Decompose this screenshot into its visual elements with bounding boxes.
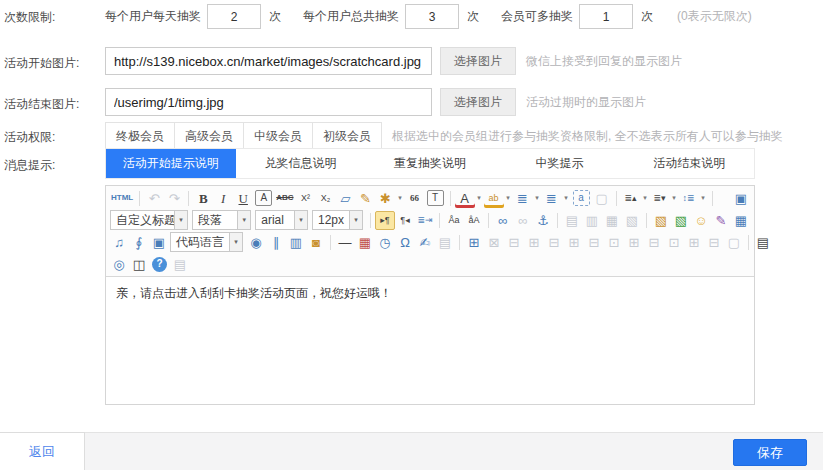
spell-check-icon[interactable]: ✍ bbox=[415, 233, 435, 252]
search-replace-icon[interactable]: ◫ bbox=[129, 255, 149, 274]
page-break-icon[interactable]: ∥ bbox=[266, 233, 286, 252]
dropdown-caret-icon[interactable]: ▾ bbox=[670, 194, 679, 202]
total-input[interactable] bbox=[405, 4, 459, 29]
save-button[interactable]: 保存 bbox=[733, 439, 807, 466]
image-center-icon[interactable]: ▧ bbox=[622, 211, 642, 230]
eraser-icon[interactable]: ▱ bbox=[336, 189, 356, 208]
format-painter-icon[interactable]: ✎ bbox=[356, 189, 376, 208]
per-day-input[interactable] bbox=[207, 4, 261, 29]
help-icon[interactable]: ? bbox=[152, 257, 167, 272]
subscript-icon[interactable]: X₂ bbox=[316, 189, 336, 208]
to-uppercase-icon[interactable]: Åa bbox=[444, 211, 464, 230]
split-cell-icon[interactable]: ⊡ bbox=[664, 233, 684, 252]
undo-icon[interactable]: ↶ bbox=[144, 189, 164, 208]
blank-page-icon[interactable]: ▢ bbox=[592, 189, 612, 208]
dropdown-caret-icon[interactable]: ▾ bbox=[475, 194, 484, 202]
merge-right-icon[interactable]: ⊞ bbox=[624, 233, 644, 252]
to-lowercase-icon[interactable]: åA bbox=[464, 211, 484, 230]
start-image-input[interactable] bbox=[105, 47, 432, 75]
snapshot-icon[interactable]: ◙ bbox=[306, 233, 326, 252]
space-after-paragraph-icon[interactable]: ≣▾ bbox=[650, 189, 670, 208]
message-tab-5[interactable]: 活动结束说明 bbox=[624, 149, 754, 178]
print-icon[interactable]: ▤ bbox=[753, 233, 773, 252]
special-characters-icon[interactable]: Ω bbox=[395, 233, 415, 252]
delete-row-icon[interactable]: ⊟ bbox=[544, 233, 564, 252]
back-button[interactable]: 返回 bbox=[0, 432, 85, 470]
end-image-input[interactable] bbox=[105, 88, 432, 116]
start-image-choose-button[interactable]: 选择图片 bbox=[440, 47, 516, 75]
ordered-list-icon[interactable]: ≣ bbox=[513, 189, 533, 208]
horizontal-rule-icon[interactable]: — bbox=[335, 233, 355, 252]
member-option-1[interactable]: 终极会员 bbox=[105, 122, 175, 150]
map-icon[interactable]: ◉ bbox=[246, 233, 266, 252]
image-float-left-icon[interactable]: ▤ bbox=[562, 211, 582, 230]
message-tab-1[interactable]: 活动开始提示说明 bbox=[106, 149, 236, 178]
split-column-icon[interactable]: ⊟ bbox=[704, 233, 724, 252]
indent-icon[interactable]: ≣⇥ bbox=[415, 211, 435, 230]
preview-icon[interactable]: ◎ bbox=[109, 255, 129, 274]
insert-frame-icon[interactable]: ▣ bbox=[149, 233, 169, 252]
highlight-color-icon[interactable]: ab bbox=[484, 189, 504, 208]
dir-ltr-icon[interactable]: ▸¶ bbox=[375, 211, 395, 230]
message-tab-4[interactable]: 中奖提示 bbox=[495, 149, 625, 178]
insert-table-icon[interactable]: ⊞ bbox=[464, 233, 484, 252]
dropdown-caret-icon[interactable]: ▾ bbox=[396, 194, 405, 202]
delete-table-icon[interactable]: ⊠ bbox=[484, 233, 504, 252]
clipboard-icon[interactable]: ▤ bbox=[170, 255, 190, 274]
message-tab-2[interactable]: 兑奖信息说明 bbox=[236, 149, 366, 178]
member-option-4[interactable]: 初级会员 bbox=[312, 122, 382, 150]
font-select[interactable]: arial▾ bbox=[255, 210, 308, 230]
member-option-2[interactable]: 高级会员 bbox=[174, 122, 244, 150]
image-float-right-icon[interactable]: ▦ bbox=[602, 211, 622, 230]
member-extra-input[interactable] bbox=[579, 4, 633, 29]
dropdown-caret-icon[interactable]: ▾ bbox=[641, 194, 650, 202]
time-icon[interactable]: ◷ bbox=[375, 233, 395, 252]
font-color-icon[interactable]: A bbox=[455, 189, 475, 208]
dropdown-caret-icon[interactable]: ▾ bbox=[699, 194, 708, 202]
anchor-style-icon[interactable]: a bbox=[573, 190, 590, 206]
split-row-icon[interactable]: ⊞ bbox=[684, 233, 704, 252]
unlink-icon[interactable]: ∞ bbox=[513, 211, 533, 230]
dropdown-caret-icon[interactable]: ▾ bbox=[504, 194, 513, 202]
heading-select[interactable]: 自定义标题▾ bbox=[110, 210, 188, 230]
html-source-icon[interactable]: HTML bbox=[109, 189, 135, 208]
link-icon[interactable]: ∞ bbox=[493, 211, 513, 230]
merge-down-icon[interactable]: ⊟ bbox=[644, 233, 664, 252]
video-icon[interactable]: ▦ bbox=[731, 211, 751, 230]
dropdown-caret-icon[interactable]: ▾ bbox=[562, 194, 571, 202]
anchor-icon[interactable]: ⚓ bbox=[533, 211, 553, 230]
attachment-icon[interactable]: ∮ bbox=[129, 233, 149, 252]
fullscreen-icon[interactable]: ▣ bbox=[731, 189, 751, 208]
redo-icon[interactable]: ↷ bbox=[164, 189, 184, 208]
insert-image-icon[interactable]: ▧ bbox=[651, 211, 671, 230]
paragraph-select[interactable]: 段落▾ bbox=[192, 210, 251, 230]
delete-column-icon[interactable]: ⊟ bbox=[584, 233, 604, 252]
line-height-icon[interactable]: ↕≣ bbox=[679, 189, 699, 208]
font-border-icon[interactable]: A bbox=[255, 190, 272, 206]
unordered-list-icon[interactable]: ≣ bbox=[542, 189, 562, 208]
auto-typeset-icon[interactable]: ✱ bbox=[376, 189, 396, 208]
dropdown-caret-icon[interactable]: ▾ bbox=[533, 194, 542, 202]
message-tab-3[interactable]: 重复抽奖说明 bbox=[365, 149, 495, 178]
table-caption-icon[interactable]: ⊟ bbox=[504, 233, 524, 252]
underline-icon[interactable]: U bbox=[233, 189, 253, 208]
blockquote-icon[interactable]: 66 bbox=[405, 189, 425, 208]
music-icon[interactable]: ♫ bbox=[109, 233, 129, 252]
insert-column-icon[interactable]: ⊞ bbox=[564, 233, 584, 252]
italic-icon[interactable]: I bbox=[213, 189, 233, 208]
end-image-choose-button[interactable]: 选择图片 bbox=[440, 88, 516, 116]
upload-image-icon[interactable]: ▧ bbox=[671, 211, 691, 230]
template-icon[interactable]: ▥ bbox=[286, 233, 306, 252]
scrawl-icon[interactable]: ✎ bbox=[711, 211, 731, 230]
member-option-3[interactable]: 中级会员 bbox=[243, 122, 313, 150]
date-icon[interactable]: ▦ bbox=[355, 233, 375, 252]
merge-cells-icon[interactable]: ⊡ bbox=[604, 233, 624, 252]
document-icon[interactable]: ▢ bbox=[724, 233, 744, 252]
strikethrough-icon[interactable]: ABC bbox=[274, 189, 295, 208]
size-select[interactable]: 12px▾ bbox=[312, 210, 363, 230]
paste-plain-icon[interactable]: T bbox=[427, 190, 444, 206]
bold-icon[interactable]: B bbox=[193, 189, 213, 208]
code-language-select[interactable]: 代码语言▾ bbox=[170, 232, 243, 252]
dir-rtl-icon[interactable]: ¶◂ bbox=[395, 211, 415, 230]
insert-row-icon[interactable]: ⊞ bbox=[524, 233, 544, 252]
